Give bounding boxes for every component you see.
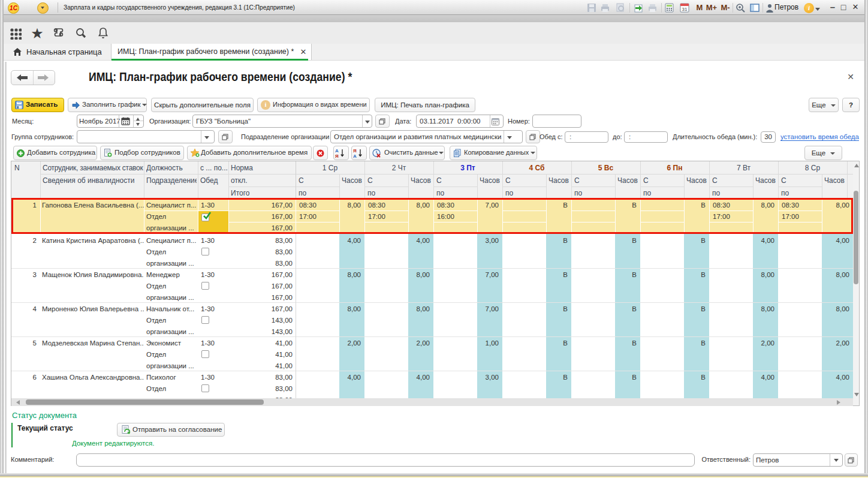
svg-text:Я: Я [335, 154, 339, 158]
svg-text:31: 31 [682, 7, 688, 12]
svg-text:А: А [353, 154, 357, 158]
